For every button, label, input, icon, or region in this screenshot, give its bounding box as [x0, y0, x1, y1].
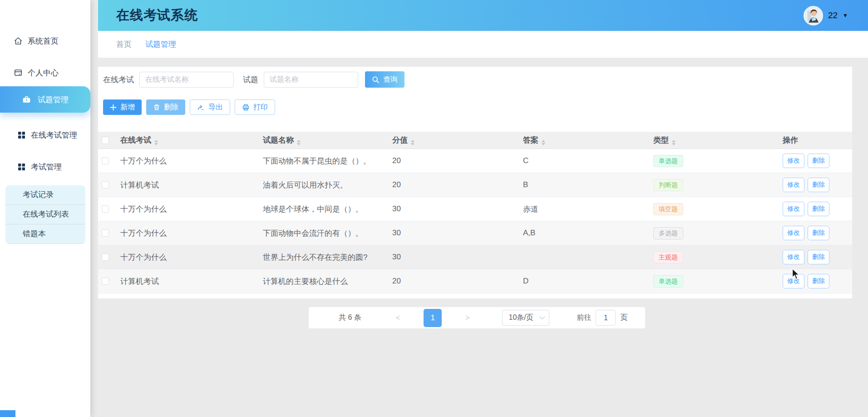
plus-icon — [110, 104, 117, 111]
delete-button[interactable]: 删除 — [146, 99, 185, 115]
edit-button[interactable]: 修改 — [783, 250, 804, 264]
row-checkbox[interactable] — [102, 181, 109, 189]
goto-label: 前往 — [577, 313, 591, 323]
page-number-active[interactable]: 1 — [424, 309, 442, 327]
next-page-button[interactable]: > — [465, 314, 469, 322]
cell-score: 30 — [392, 253, 523, 262]
cell-score: 20 — [392, 180, 523, 189]
table-row: 十万个为什么 下面动物不属于昆虫的是（）。 20 C 单选题 修改 删除 — [98, 149, 852, 173]
cell-score: 20 — [392, 156, 523, 165]
row-delete-button[interactable]: 删除 — [808, 274, 829, 288]
edit-button[interactable]: 修改 — [783, 274, 804, 288]
row-checkbox[interactable] — [102, 157, 109, 164]
avatar[interactable] — [804, 6, 823, 25]
filter-bar: 在线考试 试题 查询 — [103, 71, 404, 88]
cell-answer: B — [523, 180, 653, 189]
sidebar-item-exam-mgmt[interactable]: 考试管理 — [0, 158, 90, 176]
chevron-down-icon — [540, 313, 546, 319]
cell-answer: C — [523, 156, 653, 165]
export-arrow-icon — [197, 104, 205, 111]
row-checkbox[interactable] — [102, 278, 109, 285]
exam-filter-label: 在线考试 — [103, 74, 134, 85]
goto-page-group: 前往 页 — [577, 310, 627, 326]
row-checkbox[interactable] — [102, 229, 109, 237]
profile-card-icon — [14, 68, 23, 77]
grid-icon — [17, 131, 26, 139]
exam-filter-input[interactable] — [139, 72, 234, 88]
toolbar: 新增 删除 导出 打印 — [103, 99, 275, 115]
question-filter-label: 试题 — [243, 74, 258, 85]
cell-question: 下面动物不属于昆虫的是（）。 — [263, 156, 392, 166]
col-header-question: 试题名称 — [263, 136, 294, 144]
user-dropdown[interactable]: 22 ▼ — [804, 6, 848, 25]
sidebar-submenu: 考试记录 在线考试列表 错题本 — [5, 185, 85, 244]
username: 22 — [828, 10, 838, 20]
row-delete-button[interactable]: 删除 — [808, 202, 829, 216]
type-badge: 主观题 — [653, 251, 683, 263]
sort-icon[interactable] — [297, 140, 301, 145]
sidebar-item-label: 考试管理 — [31, 162, 62, 172]
prev-page-button[interactable]: < — [396, 314, 400, 322]
breadcrumb: 首页 试题管理 — [98, 31, 868, 58]
row-delete-button[interactable]: 删除 — [808, 178, 829, 192]
breadcrumb-current[interactable]: 试题管理 — [145, 39, 176, 50]
page-size-select[interactable]: 10条/页 — [502, 310, 549, 326]
questions-table: 在线考试 试题名称 分值 答案 类型 操作 十万个为什么 下面动物不属于昆虫的是… — [98, 132, 852, 293]
type-badge: 单选题 — [653, 275, 683, 288]
edit-button[interactable]: 修改 — [783, 202, 804, 216]
sidebar-item-label: 个人中心 — [28, 68, 59, 78]
sort-icon[interactable] — [411, 140, 414, 145]
search-button[interactable]: 查询 — [365, 71, 404, 88]
select-all-checkbox[interactable] — [102, 137, 109, 144]
cell-question: 计算机的主要核心是什么 — [263, 276, 392, 287]
sidebar-item-online-exam-mgmt[interactable]: 在线考试管理 — [0, 126, 90, 144]
cell-score: 30 — [392, 204, 523, 213]
search-icon — [372, 76, 380, 84]
home-icon — [14, 36, 23, 45]
col-header-actions: 操作 — [783, 135, 798, 145]
cell-exam: 十万个为什么 — [120, 156, 263, 166]
goto-page-input[interactable] — [596, 310, 616, 326]
col-header-score: 分值 — [392, 136, 408, 144]
cell-question: 下面动物中会流汗的有（）。 — [263, 228, 392, 238]
submenu-item-wrong-question-book[interactable]: 错题本 — [5, 224, 85, 244]
sort-icon[interactable] — [672, 140, 676, 145]
content-card: 在线考试 试题 查询 新增 删除 — [98, 67, 852, 298]
submenu-item-online-exam-list[interactable]: 在线考试列表 — [5, 205, 85, 224]
table-row: 十万个为什么 下面动物中会流汗的有（）。 30 A,B 多选题 修改 删除 — [98, 221, 852, 245]
print-button[interactable]: 打印 — [235, 99, 275, 115]
goto-unit-label: 页 — [620, 313, 627, 323]
edit-button[interactable]: 修改 — [783, 226, 804, 240]
edit-button[interactable]: 修改 — [783, 154, 804, 168]
page-size-value: 10条/页 — [508, 313, 533, 323]
edit-button[interactable]: 修改 — [783, 178, 804, 192]
type-badge: 判断题 — [653, 179, 683, 191]
type-badge: 多选题 — [653, 227, 683, 239]
sidebar: 系统首页 个人中心 试题管理 在线考试管理 考试管理 考试记录 在线考试列表 错… — [0, 0, 90, 417]
row-checkbox[interactable] — [102, 253, 109, 261]
breadcrumb-home[interactable]: 首页 — [116, 39, 132, 50]
row-checkbox[interactable] — [102, 205, 109, 213]
page-title: 在线考试系统 — [116, 6, 198, 25]
cell-question: 地球是个球体，中间是（）。 — [263, 204, 392, 214]
export-button[interactable]: 导出 — [190, 99, 230, 115]
sort-icon[interactable] — [154, 140, 158, 145]
row-delete-button[interactable]: 删除 — [808, 250, 829, 264]
table-row: 十万个为什么 地球是个球体，中间是（）。 30 赤道 填空题 修改 删除 — [98, 197, 852, 221]
add-button[interactable]: 新增 — [103, 99, 142, 115]
printer-icon — [242, 104, 250, 111]
sort-icon[interactable] — [542, 140, 545, 145]
row-delete-button[interactable]: 删除 — [808, 154, 829, 168]
main-area: 在线考试系统 22 ▼ 首页 试题管理 在线考试 试题 查询 — [98, 0, 868, 417]
sidebar-item-label: 试题管理 — [38, 94, 69, 105]
cell-exam: 十万个为什么 — [120, 228, 263, 238]
pagination-total: 共 6 条 — [339, 313, 361, 323]
submenu-item-exam-records[interactable]: 考试记录 — [5, 185, 85, 205]
question-filter-input[interactable] — [264, 72, 358, 88]
cell-exam: 十万个为什么 — [120, 252, 263, 263]
sidebar-item-home[interactable]: 系统首页 — [0, 32, 90, 50]
sidebar-item-questions-active[interactable]: 试题管理 — [0, 86, 90, 113]
sidebar-item-profile[interactable]: 个人中心 — [0, 64, 90, 82]
col-header-exam: 在线考试 — [120, 136, 151, 144]
row-delete-button[interactable]: 删除 — [808, 226, 829, 240]
